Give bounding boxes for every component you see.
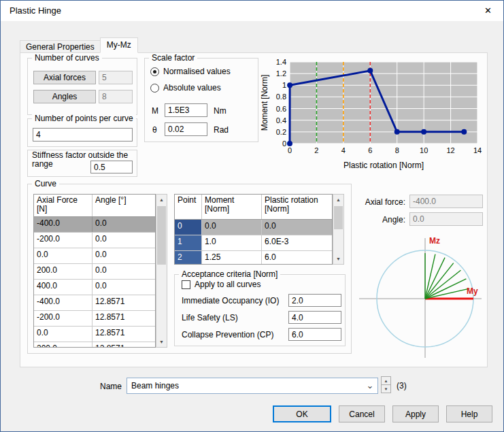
scrollbar-track[interactable] [333,205,343,254]
table-row[interactable]: 0.00.0 [34,248,155,264]
angles-button[interactable]: Angles [33,90,96,103]
radio-icon [150,84,159,93]
angles-count-field: 8 [99,90,133,103]
table-cell: 12.8571 [93,342,156,348]
svg-text:2: 2 [314,146,318,154]
curve-table-scrollbar[interactable]: ▲ ▼ [156,194,167,348]
svg-text:1: 1 [282,81,286,89]
table-cell: 1.25 [202,251,262,265]
theta-scale-unit: Rad [214,125,229,135]
table-cell: 2 [175,251,202,265]
radio-label: Absolute values [163,83,221,93]
io-field[interactable] [288,294,341,307]
table-cell: 0.0 [93,264,156,279]
close-button[interactable]: ✕ [473,1,503,21]
table-row[interactable]: -400.00.0 [34,217,155,233]
table-cell: 0.0 [202,220,262,235]
apply-to-all-curves-checkbox[interactable]: Apply to all curves [182,280,261,289]
svg-text:0: 0 [288,146,292,154]
table-row[interactable]: 21.256.0 [175,251,332,265]
moment-scale-field[interactable] [165,103,207,117]
svg-text:12: 12 [446,146,454,154]
scroll-up-icon[interactable]: ▲ [156,195,167,205]
acceptance-criteria-group: Acceptance criteria [Norm] Apply to all … [174,274,346,346]
stiffness-factor-group: Stiffness factor outside the range [27,150,137,177]
table-row[interactable]: 400.00.0 [34,280,155,295]
my-mz-polar-plot: MzMy [351,231,487,362]
apply-button[interactable]: Apply [392,405,439,422]
table-cell: 6.0E-3 [262,235,333,250]
svg-text:4: 4 [341,146,346,154]
ls-label: Life Safety (LS) [182,313,238,322]
name-combobox-value: Beam hinges [127,381,363,391]
name-label: Name [82,382,122,391]
points-table[interactable]: PointMoment [Norm]Plastic rotation [Norm… [174,194,333,265]
table-header: Axial Force [N]Angle [°] [34,195,155,217]
chevron-down-icon[interactable]: ⌄ [363,379,377,393]
table-cell: 1 [175,235,202,250]
angle-value-field: 0.0 [409,212,483,226]
group-title: Number of points per curve [32,114,136,123]
moment-scale-label: M [152,106,158,116]
svg-text:10: 10 [420,146,428,154]
angle-label: Angle: [335,215,405,225]
table-cell: -400.0 [34,217,93,232]
svg-text:8: 8 [395,146,399,154]
tab-page-my-mz: Number of curves Axial forces 5 Angles 8… [20,52,488,367]
ok-button[interactable]: OK [273,405,331,422]
radio-selected-icon [150,67,159,76]
spinner-down-icon[interactable]: ▼ [381,384,391,393]
table-row[interactable]: -200.00.0 [34,233,155,248]
cancel-button[interactable]: Cancel [339,405,385,422]
table-cell: 0.0 [93,233,156,248]
table-row[interactable]: 0.012.8571 [34,327,155,342]
table-row[interactable]: 11.06.0E-3 [175,235,332,251]
table-header: PointMoment [Norm]Plastic rotation [Norm… [175,195,332,220]
table-row[interactable]: -200.012.8571 [34,311,155,327]
tab-my-mz[interactable]: My-Mz [100,37,138,53]
table-cell: 12.8571 [93,311,156,326]
help-button[interactable]: Help [446,405,492,422]
table-row[interactable]: -400.012.8571 [34,295,155,311]
table-row[interactable]: 00.00.0 [175,220,332,235]
svg-text:0.6: 0.6 [276,105,286,113]
name-count: (3) [397,381,407,391]
points-table-container: PointMoment [Norm]Plastic rotation [Norm… [174,194,344,265]
table-row[interactable]: 200.00.0 [34,264,155,280]
table-row[interactable]: 200.012.8571 [34,342,155,348]
dialog-buttons: OK Cancel Apply Help [273,405,492,422]
scroll-down-icon[interactable]: ▼ [333,254,343,264]
column-header: Axial Force [N] [34,195,93,216]
normalised-values-radio[interactable]: Normalised values [150,67,231,76]
table-cell: 12.8571 [93,295,156,310]
table-cell: 1.0 [202,235,262,250]
titlebar: Plastic Hinge ✕ [1,1,503,21]
checkbox-label: Apply to all curves [195,280,261,289]
curve-group: Curve Axial Force [N]Angle [°]-400.00.0-… [27,184,352,354]
ls-field[interactable] [288,311,341,324]
table-cell: 200.0 [34,342,93,348]
scrollbar-thumb[interactable] [157,206,166,265]
window-title: Plastic Hinge [10,1,61,21]
number-of-curves-group: Number of curves Axial forces 5 Angles 8 [27,58,137,115]
svg-text:Plastic rotation [Norm]: Plastic rotation [Norm] [343,161,424,170]
table-cell: 6.0 [262,251,333,265]
axial-forces-button[interactable]: Axial forces [33,71,96,84]
absolute-values-radio[interactable]: Absolute values [150,83,221,93]
group-title: Number of curves [32,53,102,63]
points-per-curve-field[interactable] [33,128,133,142]
name-combobox[interactable]: Beam hinges ⌄ [127,378,378,394]
table-cell: -400.0 [34,295,93,310]
svg-text:Moment [Norm]: Moment [Norm] [260,75,269,131]
table-cell: 0.0 [34,327,93,342]
cp-field[interactable] [288,328,341,341]
moment-rotation-chart: 0246810121400.20.40.60.811.21.4Plastic r… [260,56,486,172]
scroll-down-icon[interactable]: ▼ [156,337,167,347]
column-header: Moment [Norm] [202,195,262,219]
curve-table[interactable]: Axial Force [N]Angle [°]-400.00.0-200.00… [33,194,156,348]
stiffness-factor-field[interactable] [90,161,133,173]
theta-scale-field[interactable] [165,122,207,136]
tab-general-properties[interactable]: General Properties [20,40,101,53]
scrollbar-track[interactable] [156,205,167,337]
close-icon: ✕ [484,5,492,16]
